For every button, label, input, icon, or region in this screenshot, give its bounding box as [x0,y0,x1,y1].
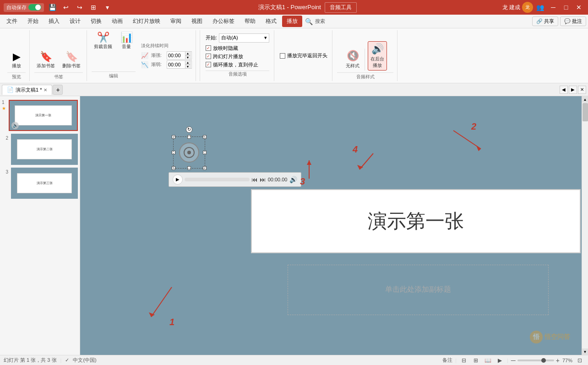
slide-thumbnail-2[interactable]: 演示第二张 [11,134,78,165]
title-bar-right: 龙 建成 龙 👥 ─ □ ✕ [502,2,584,13]
slide-thumbnail-1[interactable]: 演示第一张 🔊 [9,100,78,131]
fade-in-down[interactable]: ▼ [185,55,191,60]
zoom-in-button[interactable]: + [556,357,560,364]
slide-thumb-2[interactable]: 2 演示第二张 [2,134,78,165]
slide-tab-active[interactable]: 📄 演示文稿1 * ✕ [2,85,52,95]
fade-in-spinner[interactable]: ▲ ▼ [185,51,191,60]
scroll-up-button[interactable]: ▲ [582,96,588,103]
hide-during-show-checkbox[interactable] [206,45,211,51]
audio-skip-forward[interactable]: ⏭ [260,176,266,183]
minimize-button[interactable]: ─ [548,2,559,13]
tab-close-icon[interactable]: ✕ [44,87,47,93]
handle-tl[interactable] [172,135,175,139]
menu-design[interactable]: 设计 [65,16,85,27]
start-select[interactable]: 自动(A) ▾ [219,33,269,43]
loop-checkbox[interactable] [206,62,211,67]
auto-save-toggle[interactable] [28,4,41,11]
fade-in-bar-icon: 📈 [141,52,148,59]
rotate-handle[interactable]: ↻ [186,126,192,133]
menu-office-tabs[interactable]: 办公标签 [208,16,239,27]
menu-file[interactable]: 文件 [2,16,22,27]
search-icon[interactable]: 🔍 [303,16,314,27]
fade-out-up[interactable]: ▲ [185,60,191,65]
scroll-thumb[interactable] [583,103,588,121]
audio-volume-icon[interactable]: 🔊 [289,176,297,183]
handle-mr[interactable] [203,151,207,154]
tab-scroll-right[interactable]: ▶ [569,86,577,94]
handle-tm[interactable] [187,135,191,139]
cross-slides-label: 跨幻灯片播放 [213,53,243,60]
trim-audio-button[interactable]: ✂️ 剪裁音频 [92,31,114,51]
menu-view[interactable]: 视图 [187,16,207,27]
share-button[interactable]: 🔗共享 [532,16,558,26]
slide-thumbnail-3[interactable]: 演示第三张 [11,168,78,199]
slide-panel: 1 ★ 演示第一张 🔊 2 演示第二张 3 演示 [0,96,80,355]
slide-sorter-button[interactable]: ⊞ [471,356,480,365]
slide-number-1: 1 [2,100,6,105]
fade-out-input[interactable]: 00:00 ▲ ▼ [167,60,192,69]
audio-widget[interactable]: ↻ ▶ ⏮ [173,136,306,187]
edit-group-label: 编辑 [92,71,136,80]
slide-thumb-3[interactable]: 3 演示第三张 [2,168,78,199]
redo-button[interactable]: ↪ [74,2,85,13]
save-button[interactable]: 💾 [47,2,58,13]
menu-slideshow[interactable]: 幻灯片放映 [128,16,165,27]
play-button[interactable]: ▶ 播放 [7,50,26,71]
handle-ml[interactable] [172,151,175,154]
remove-bookmark-button[interactable]: 🔖 删除书签 [60,50,83,71]
handle-bm[interactable] [187,166,191,170]
tab-scroll-left[interactable]: ◀ [560,86,568,94]
maximize-button[interactable]: □ [561,2,572,13]
fade-out-down[interactable]: ▼ [185,65,191,69]
new-tab-button[interactable]: + [53,85,63,95]
audio-progress-bar[interactable] [185,178,250,181]
audio-play-button[interactable]: ▶ [173,174,183,185]
scroll-track[interactable] [582,103,588,349]
tab-close-all[interactable]: ✕ [578,86,586,94]
fit-to-window-button[interactable]: ⊡ [575,356,584,365]
add-bookmark-button[interactable]: 🔖 添加书签 [34,50,57,71]
menu-insert[interactable]: 插入 [44,16,64,27]
play-bg-button[interactable]: 🔊 在后台播放 [368,41,387,71]
search-label[interactable]: 搜索 [315,18,325,25]
thumb-text-1: 演示第一张 [35,113,51,118]
scroll-down-button[interactable]: ▼ [582,349,588,355]
slide-thumb-1[interactable]: 1 ★ 演示第一张 🔊 [2,100,78,131]
undo-button[interactable]: ↩ [60,2,71,13]
handle-br[interactable] [203,166,207,170]
fade-in-up[interactable]: ▲ [185,51,191,55]
more-button[interactable]: ▾ [102,2,113,13]
audio-skip-back[interactable]: ⏮ [251,176,258,183]
notes-button[interactable]: 备注 [442,357,452,364]
no-style-button[interactable]: 🔇 无样式 [343,49,362,71]
fade-out-spinner[interactable]: ▲ ▼ [185,60,191,69]
play-bg-icon: 🔊 [371,43,384,55]
normal-view-button[interactable]: ⊟ [459,356,468,365]
comments-button[interactable]: 💬批注 [560,16,586,26]
trim-audio-label: 剪裁音频 [94,44,112,50]
reading-view-button[interactable]: 📖 [483,356,492,365]
menu-playback[interactable]: 播放 [282,16,302,27]
menu-transitions[interactable]: 切换 [86,16,106,27]
slideshow-button[interactable]: ▶ [495,356,504,365]
zoom-out-button[interactable]: ─ [511,357,516,364]
handle-tr[interactable] [203,135,207,139]
close-button[interactable]: ✕ [573,2,584,13]
cross-slides-checkbox[interactable] [206,54,211,59]
rewind-checkbox[interactable] [280,53,285,59]
auto-save[interactable]: 自动保存 [4,3,44,12]
zoom-slider[interactable] [517,360,554,361]
team-button[interactable]: 👥 [535,2,546,13]
zoom-slider-thumb[interactable] [541,358,546,363]
layout-button[interactable]: ⊞ [88,2,99,13]
slide-subtitle-box[interactable]: 单击此处添加副标题 [288,265,549,315]
fade-in-input[interactable]: 00:00 ▲ ▼ [167,51,192,60]
menu-review[interactable]: 审阅 [166,16,186,27]
volume-button[interactable]: 📊 音量 [117,31,136,51]
slide-title-box[interactable]: 演示第一张 [251,189,581,253]
menu-help[interactable]: 帮助 [240,16,260,27]
menu-format[interactable]: 格式 [261,16,281,27]
menu-animations[interactable]: 动画 [107,16,127,27]
menu-home[interactable]: 开始 [23,16,43,27]
handle-bl[interactable] [172,166,175,170]
